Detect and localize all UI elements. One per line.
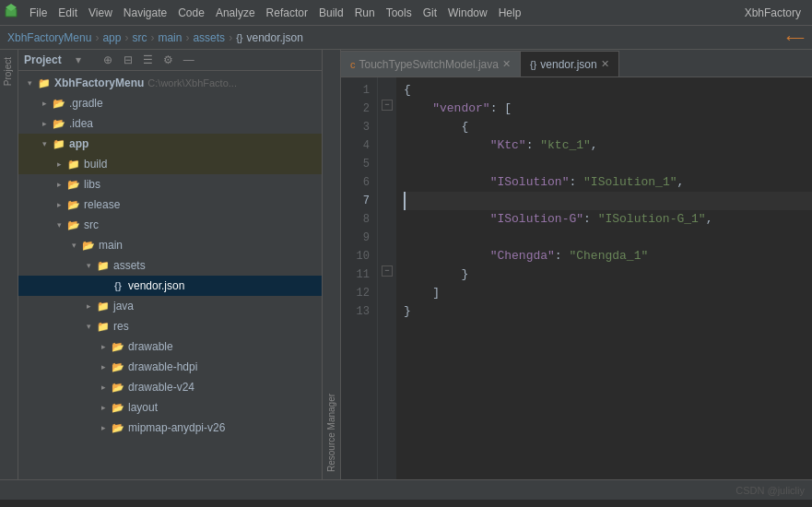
menu-tools[interactable]: Tools xyxy=(381,5,418,21)
menu-file[interactable]: File xyxy=(24,5,53,21)
menu-view[interactable]: View xyxy=(83,5,118,21)
line-2: 2 xyxy=(341,100,377,118)
drawable-label: drawable xyxy=(128,340,173,353)
gutter-9 xyxy=(378,225,396,243)
tab-touch-type[interactable]: c TouchTypeSwitchModel.java ✕ xyxy=(341,51,521,77)
tree-item-drawable-v24[interactable]: 📂 drawable-v24 xyxy=(18,377,322,397)
tree-item-res[interactable]: 📁 res xyxy=(18,316,322,336)
line-1: 1 xyxy=(341,81,377,100)
menu-analyze[interactable]: Analyze xyxy=(210,5,261,21)
watermark: CSDN @julicliy xyxy=(736,485,805,496)
root-label: XbhFactoryMenu xyxy=(54,77,144,89)
menu-git[interactable]: Git xyxy=(418,5,442,21)
res-arrow xyxy=(81,319,96,334)
tree-item-drawable[interactable]: 📂 drawable xyxy=(18,336,322,357)
tree-item-vendor-json[interactable]: {} vendor.json xyxy=(18,276,322,296)
vendor-arrow xyxy=(96,278,111,293)
settings-icon[interactable]: ⚙ xyxy=(161,53,176,67)
scope-icon[interactable]: ⊕ xyxy=(100,53,115,67)
tree-item-libs[interactable]: 📂 libs xyxy=(18,174,322,195)
app-folder-icon: 📁 xyxy=(52,136,66,151)
expand-all-icon[interactable]: ☰ xyxy=(141,53,156,67)
menu-code[interactable]: Code xyxy=(172,5,210,21)
menu-window[interactable]: Window xyxy=(442,5,493,21)
menu-bar: File Edit View Navigate Code Analyze Ref… xyxy=(0,0,812,26)
code-content[interactable]: { "vendor": [ { "Ktc": "ktc_1", xyxy=(396,77,812,479)
breadcrumb-root[interactable]: XbhFactoryMenu xyxy=(7,31,91,44)
tab-touch-close[interactable]: ✕ xyxy=(502,58,511,70)
vendor-json-icon: {} xyxy=(236,32,242,43)
tab-touch-label: TouchTypeSwitchModel.java xyxy=(359,58,499,71)
tree-item-src[interactable]: 📂 src xyxy=(18,215,322,235)
line-4: 4 xyxy=(341,136,377,155)
gutter-6 xyxy=(378,170,396,188)
breadcrumb-file[interactable]: vendor.json xyxy=(246,31,302,44)
breadcrumb-app[interactable]: app xyxy=(102,31,121,44)
project-title: Project xyxy=(24,53,62,66)
menu-edit[interactable]: Edit xyxy=(53,5,83,21)
code-line-1: { xyxy=(404,81,812,100)
res-label: res xyxy=(113,320,129,333)
code-line-2: "vendor": [ xyxy=(404,100,812,118)
main-label: main xyxy=(99,239,123,252)
tree-item-main[interactable]: 📂 main xyxy=(18,235,322,255)
tab-vendor[interactable]: {} vendor.json ✕ xyxy=(521,51,619,77)
line-7: 7 xyxy=(341,192,377,210)
gutter-2[interactable]: − xyxy=(378,96,396,114)
menu-refactor[interactable]: Refactor xyxy=(261,5,313,21)
gutter-7 xyxy=(378,188,396,206)
line-5: 5 xyxy=(341,155,377,173)
idea-label: .idea xyxy=(69,117,93,130)
hide-panel-icon[interactable]: — xyxy=(182,53,196,67)
tree-item-release[interactable]: 📂 release xyxy=(18,195,322,215)
line-numbers: 1 2 3 4 5 6 7 8 9 10 11 12 13 xyxy=(341,77,378,479)
layout-arrow xyxy=(96,400,111,415)
breadcrumb-src[interactable]: src xyxy=(132,31,147,44)
drawable-v24-arrow xyxy=(96,380,111,395)
project-panel: Project ▾ ⊕ ⊟ ☰ ⚙ — 📁 XbhFactoryMenu C:\… xyxy=(18,50,323,479)
breadcrumb-assets[interactable]: assets xyxy=(193,31,225,44)
project-tree: 📁 XbhFactoryMenu C:\work\XbhFacto... 📂 .… xyxy=(18,71,322,479)
tree-item-assets[interactable]: 📁 assets xyxy=(18,255,322,276)
project-dropdown[interactable]: ▾ xyxy=(71,53,86,67)
collapse-all-icon[interactable]: ⊟ xyxy=(121,53,135,67)
line-9: 9 xyxy=(341,229,377,247)
project-toolbar: Project ▾ ⊕ ⊟ ☰ ⚙ — xyxy=(18,50,322,71)
tree-item-gradle[interactable]: 📂 .gradle xyxy=(18,93,322,113)
left-side-panel: Project xyxy=(0,50,18,479)
main-layout: Project Project ▾ ⊕ ⊟ ☰ ⚙ — 📁 XbhFactory… xyxy=(0,50,812,479)
tree-item-idea[interactable]: 📂 .idea xyxy=(18,113,322,134)
menu-run[interactable]: Run xyxy=(349,5,381,21)
tree-root[interactable]: 📁 XbhFactoryMenu C:\work\XbhFacto... xyxy=(18,73,322,93)
code-gutter: − − xyxy=(378,77,396,479)
tree-item-app[interactable]: 📁 app xyxy=(18,134,322,154)
status-bar: CSDN @julicliy xyxy=(0,479,812,500)
menu-help[interactable]: Help xyxy=(493,5,527,21)
code-editor[interactable]: 1 2 3 4 5 6 7 8 9 10 11 12 13 − xyxy=(341,77,812,479)
src-folder-icon: 📂 xyxy=(66,218,81,232)
tree-item-java[interactable]: 📁 java xyxy=(18,296,322,316)
tree-item-layout[interactable]: 📂 layout xyxy=(18,397,322,418)
src-label: src xyxy=(84,218,99,231)
root-path: C:\work\XbhFacto... xyxy=(147,77,237,88)
assets-label: assets xyxy=(113,259,146,272)
tab-vendor-close[interactable]: ✕ xyxy=(601,58,609,70)
back-button[interactable]: ⟵ xyxy=(786,30,805,45)
release-label: release xyxy=(84,198,120,211)
app-arrow xyxy=(37,136,52,151)
tree-item-mipmap[interactable]: 📂 mipmap-anydpi-v26 xyxy=(18,418,322,438)
editor-tabs: c TouchTypeSwitchModel.java ✕ {} vendor.… xyxy=(341,50,812,77)
tree-item-build[interactable]: 📁 build xyxy=(18,154,322,174)
menu-navigate[interactable]: Navigate xyxy=(118,5,172,21)
libs-arrow xyxy=(52,177,66,192)
resource-manager-panel[interactable]: Resource Manager xyxy=(323,50,341,479)
line-10: 10 xyxy=(341,247,377,265)
menu-build[interactable]: Build xyxy=(313,5,349,21)
tree-item-drawable-hdpi[interactable]: 📂 drawable-hdpi xyxy=(18,357,322,377)
gutter-4 xyxy=(378,133,396,151)
project-side-label[interactable]: Project xyxy=(0,50,18,93)
breadcrumb-main[interactable]: main xyxy=(158,31,182,44)
gutter-11[interactable]: − xyxy=(378,262,396,280)
brand-label: XbhFactory xyxy=(745,6,808,19)
drawable-v24-folder-icon: 📂 xyxy=(111,380,125,395)
